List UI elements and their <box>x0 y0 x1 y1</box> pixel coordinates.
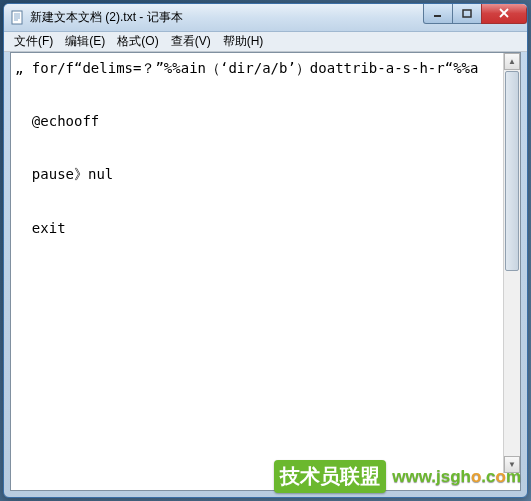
menu-format[interactable]: 格式(O) <box>111 31 164 52</box>
scroll-up-button[interactable]: ▲ <box>504 53 520 70</box>
minimize-button[interactable] <box>423 4 453 24</box>
editor-container: ▲ ▼ <box>10 52 521 491</box>
window-controls <box>424 4 527 24</box>
vertical-scrollbar[interactable]: ▲ ▼ <box>503 53 520 473</box>
scroll-down-button[interactable]: ▼ <box>504 456 520 473</box>
notepad-icon <box>10 10 26 26</box>
maximize-button[interactable] <box>452 4 482 24</box>
menubar: 文件(F) 编辑(E) 格式(O) 查看(V) 帮助(H) <box>4 32 527 52</box>
text-editor[interactable] <box>11 53 520 490</box>
scroll-thumb[interactable] <box>505 71 519 271</box>
menu-edit[interactable]: 编辑(E) <box>59 31 111 52</box>
notepad-window: 新建文本文档 (2).txt - 记事本 文件(F) 编辑(E) 格式(O) 查… <box>3 3 528 498</box>
window-title: 新建文本文档 (2).txt - 记事本 <box>30 9 183 26</box>
menu-file[interactable]: 文件(F) <box>8 31 59 52</box>
menu-view[interactable]: 查看(V) <box>165 31 217 52</box>
titlebar[interactable]: 新建文本文档 (2).txt - 记事本 <box>4 4 527 32</box>
svg-rect-6 <box>463 10 471 17</box>
menu-help[interactable]: 帮助(H) <box>217 31 270 52</box>
close-button[interactable] <box>481 4 527 24</box>
